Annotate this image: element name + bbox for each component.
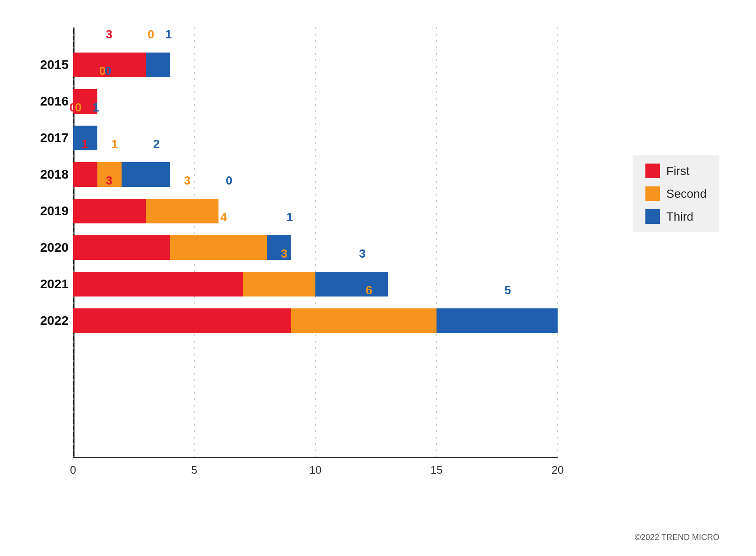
- val-third-2018: 2: [153, 137, 160, 151]
- seg-second-2022: [291, 308, 437, 333]
- val-first-2019: 3: [106, 174, 112, 188]
- seg-third-2020: [267, 235, 291, 260]
- val-first-2022: 9: [179, 283, 185, 297]
- seg-third-2018: [122, 162, 170, 187]
- legend-color-first: [645, 164, 660, 178]
- val-first-2020: 4: [118, 210, 124, 224]
- seg-first-2019: [73, 199, 146, 223]
- seg-second-2019: [146, 199, 218, 223]
- copyright-text: ©2022 TREND MICRO: [635, 533, 719, 542]
- year-label-2022: 2022: [14, 313, 69, 328]
- val-third-2017: 1: [93, 101, 99, 115]
- val-second-2018: 1: [112, 137, 118, 151]
- year-label-2019: 2019: [14, 204, 69, 218]
- chart-container: 2015301201610020170012018112201933020204…: [0, 0, 756, 556]
- legend-item-first: First: [645, 164, 707, 178]
- val-first-2018: 1: [82, 137, 88, 151]
- val-third-2021: 3: [359, 247, 366, 261]
- legend: FirstSecondThird: [633, 155, 719, 232]
- seg-third-2021: [315, 272, 388, 297]
- x-label-20: 20: [552, 464, 564, 477]
- val-third-2015: 1: [165, 27, 172, 42]
- seg-third-2022: [437, 308, 558, 333]
- bar-group-2018: [73, 162, 170, 187]
- legend-label-second: Second: [666, 187, 707, 201]
- year-label-2018: 2018: [14, 167, 69, 182]
- val-third-2022: 5: [505, 283, 511, 297]
- val-second-2017: 0: [75, 101, 81, 115]
- year-label-2020: 2020: [14, 240, 69, 255]
- val-second-2020: 4: [220, 210, 227, 224]
- val-first-2015: 3: [106, 27, 112, 42]
- x-label-10: 10: [309, 464, 322, 477]
- legend-label-third: Third: [666, 210, 693, 224]
- seg-second-2020: [170, 235, 267, 260]
- bar-group-2020: [73, 235, 291, 260]
- x-label-5: 5: [191, 464, 197, 477]
- legend-item-third: Third: [645, 209, 707, 224]
- year-label-2017: 2017: [14, 131, 69, 145]
- seg-first-2022: [73, 308, 291, 333]
- x-label-15: 15: [431, 464, 443, 477]
- val-second-2015: 0: [148, 27, 154, 42]
- val-first-2016: 1: [82, 64, 88, 78]
- val-second-2019: 3: [184, 174, 191, 188]
- x-axis-line: [73, 457, 558, 458]
- val-third-2019: 0: [226, 174, 232, 188]
- seg-second-2021: [243, 272, 315, 297]
- legend-item-second: Second: [645, 186, 707, 201]
- legend-color-second: [645, 186, 660, 201]
- val-first-2021: 7: [154, 247, 161, 261]
- bar-group-2019: [73, 199, 218, 223]
- year-label-2016: 2016: [14, 94, 69, 109]
- year-label-2021: 2021: [14, 277, 69, 291]
- chart-area: 2015301201610020170012018112201933020204…: [73, 27, 576, 493]
- seg-first-2018: [73, 162, 97, 187]
- year-label-2015: 2015: [14, 58, 69, 72]
- val-second-2022: 6: [366, 283, 372, 297]
- val-third-2016: 0: [105, 64, 111, 78]
- legend-label-first: First: [666, 164, 690, 178]
- val-third-2020: 1: [287, 210, 293, 224]
- seg-first-2021: [73, 272, 243, 297]
- legend-color-third: [645, 209, 660, 224]
- x-label-0: 0: [70, 464, 76, 477]
- seg-third-2015: [146, 53, 170, 77]
- bar-group-2022: [73, 308, 558, 333]
- bar-group-2021: [73, 272, 388, 297]
- val-second-2021: 3: [281, 247, 287, 261]
